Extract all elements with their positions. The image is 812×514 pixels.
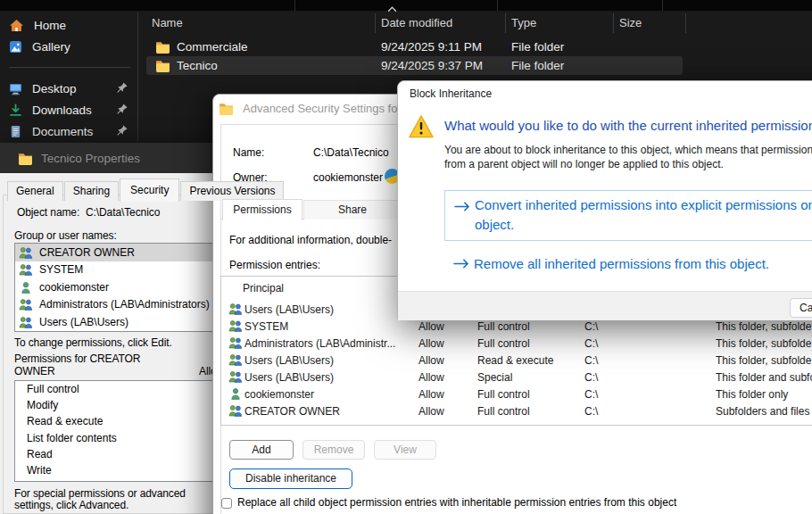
home-icon — [9, 19, 24, 32]
entry-type: Allow — [418, 405, 444, 418]
permission-label: Special permissions — [27, 480, 122, 482]
name-label: Name: — [233, 146, 264, 159]
entry-principal: Users (LAB\Users) — [244, 354, 403, 367]
entry-type: Allow — [418, 388, 444, 401]
file-type: File folder — [511, 59, 564, 72]
entry-inherited-from: C:\ — [584, 371, 598, 384]
block-inheritance-title: Block Inheritance — [410, 87, 492, 100]
dual-user-icon — [228, 404, 243, 417]
column-header-size[interactable]: Size — [619, 16, 642, 29]
file-list-header: Name Date modified Type Size — [143, 11, 812, 36]
entry-row[interactable]: Users (LAB\Users) Allow Read & execute C… — [221, 352, 812, 369]
column-header-name[interactable]: Name — [152, 16, 183, 29]
sidebar-item-gallery[interactable]: Gallery — [9, 36, 134, 57]
file-name: Commerciale — [177, 40, 248, 54]
tab-security[interactable]: Security — [120, 178, 179, 202]
entry-principal: Users (LAB\Users) — [244, 371, 403, 384]
group-label: SYSTEM — [39, 263, 83, 276]
sidebar-item-label: Desktop — [32, 82, 77, 95]
option-remove-permissions[interactable]: Remove all inherited permissions from th… — [444, 254, 812, 276]
entry-row[interactable]: Administrators (LAB\Administr... Allow F… — [221, 335, 812, 352]
properties-tab-strip: General Sharing Security Previous Versio… — [7, 178, 285, 201]
folder-icon — [155, 59, 170, 72]
entry-type: Allow — [418, 354, 444, 367]
sidebar-item-desktop[interactable]: Desktop — [9, 78, 134, 99]
documents-icon — [9, 125, 22, 138]
entry-access: Full control — [477, 320, 530, 333]
file-name: Tecnico — [177, 59, 218, 72]
column-header-type[interactable]: Type — [511, 16, 536, 29]
permission-label: List folder contents — [27, 432, 117, 444]
entry-type: Allow — [418, 337, 444, 350]
object-name-label: Object name: — [17, 206, 79, 219]
tab-sharing[interactable]: Sharing — [64, 181, 119, 201]
group-label: Users (LAB\Users) — [39, 316, 128, 328]
entry-applies-to: This folder only — [716, 388, 788, 401]
entry-principal: cookiemonster — [244, 388, 403, 401]
desktop-icon — [9, 82, 22, 95]
dual-user-icon — [228, 370, 243, 383]
file-type: File folder — [511, 40, 564, 54]
sidebar-item-label: Gallery — [32, 40, 70, 54]
gallery-icon — [9, 40, 22, 54]
arrow-right-icon — [453, 257, 470, 270]
entry-applies-to: Subfolders and files only — [716, 405, 812, 418]
pin-icon — [116, 124, 128, 137]
entry-row[interactable]: Users (LAB\Users) Allow Special C:\ This… — [221, 369, 812, 386]
folder-icon — [219, 102, 234, 115]
permission-label: Full control — [27, 383, 79, 395]
tab-previous-versions[interactable]: Previous Versions — [180, 181, 284, 201]
group-label: CREATOR OWNER — [39, 246, 135, 259]
group-label: Administrators (LAB\Administrators) — [39, 298, 210, 311]
entry-row[interactable]: CREATOR OWNER Allow Full control C:\ Sub… — [221, 402, 812, 419]
block-inheritance-heading: What would you like to do with the curre… — [444, 118, 812, 133]
entry-row[interactable]: cookiemonster Allow Full control C:\ Thi… — [221, 386, 812, 402]
cancel-button[interactable]: Cancel — [790, 298, 812, 318]
entry-inherited-from: C:\ — [584, 337, 598, 350]
explorer-sidebar: Home Gallery Desktop Downloads Documents — [0, 11, 143, 143]
sidebar-item-downloads[interactable]: Downloads — [9, 99, 134, 120]
entry-applies-to: This folder, subfolders and files — [716, 337, 812, 350]
sidebar-item-home[interactable]: Home — [9, 14, 134, 36]
sidebar-item-label: Downloads — [32, 104, 92, 117]
single-user-icon — [19, 281, 33, 294]
permission-label: Read & execute — [27, 415, 103, 427]
remove-button[interactable]: Remove — [302, 440, 365, 460]
folder-icon — [155, 40, 170, 54]
entry-inherited-from: C:\ — [584, 354, 598, 367]
dual-user-icon — [19, 316, 33, 328]
dual-user-icon — [228, 336, 243, 349]
explorer-toolbar-strip — [0, 0, 812, 11]
file-row-tecnico[interactable]: Tecnico 9/24/2025 9:37 PM File folder — [146, 56, 683, 75]
arrow-right-icon — [454, 200, 471, 213]
properties-title: Tecnico Properties — [41, 152, 140, 165]
tab-permissions[interactable]: Permissions — [222, 199, 302, 220]
sidebar-item-documents[interactable]: Documents — [9, 120, 134, 142]
permission-label: Write — [27, 464, 52, 477]
folder-icon — [18, 152, 33, 165]
dual-user-icon — [19, 263, 33, 276]
replace-permissions-label: Replace all child object permission entr… — [237, 496, 676, 509]
replace-permissions-checkbox[interactable] — [221, 498, 232, 509]
file-row-commerciale[interactable]: Commerciale 9/24/2025 9:11 PM File folde… — [146, 37, 683, 56]
option-convert-permissions[interactable]: Convert inherited permissions into expli… — [444, 190, 812, 241]
block-inheritance-dialog: Block Inheritance What would you like to… — [397, 80, 812, 319]
entry-applies-to: This folder, subfolders and files — [716, 354, 812, 367]
block-inheritance-footer: Cancel — [398, 291, 812, 320]
option-convert-label: Convert inherited permissions into expli… — [475, 195, 812, 235]
entry-type: Allow — [418, 320, 444, 333]
entry-applies-to: This folder, subfolders and files — [716, 320, 812, 333]
entry-access: Read & execute — [477, 354, 553, 367]
disable-inheritance-button[interactable]: Disable inheritance — [229, 468, 352, 489]
add-button[interactable]: Add — [229, 440, 294, 460]
dual-user-icon — [19, 246, 33, 259]
entry-access: Full control — [477, 337, 530, 350]
pin-icon — [116, 81, 128, 94]
entry-access: Full control — [477, 388, 530, 401]
tab-share[interactable]: Share — [303, 200, 402, 220]
view-button[interactable]: View — [374, 440, 436, 460]
tab-general[interactable]: General — [7, 181, 63, 201]
dual-user-icon — [228, 353, 243, 366]
column-header-date-modified[interactable]: Date modified — [381, 16, 452, 29]
column-header-principal[interactable]: Principal — [243, 282, 284, 294]
